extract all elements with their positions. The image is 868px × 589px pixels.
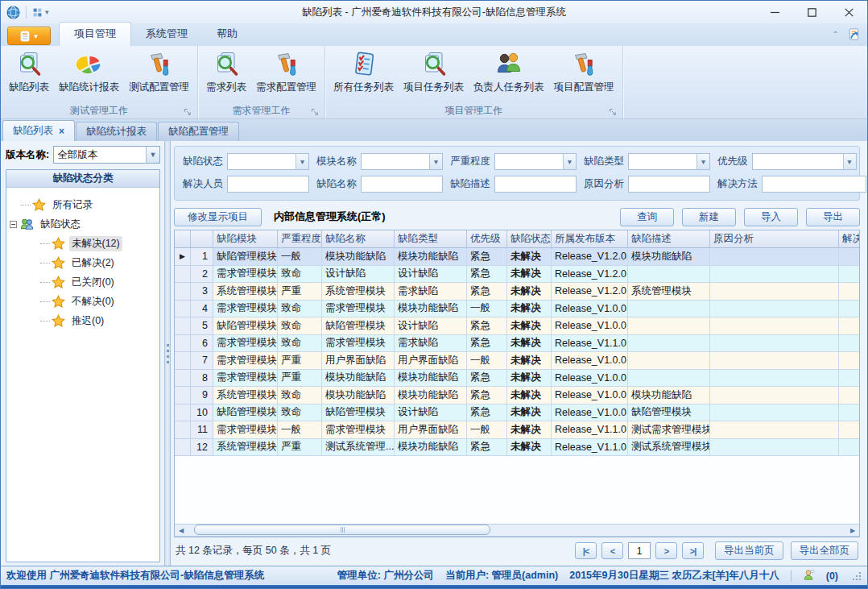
table-cell[interactable]	[710, 266, 839, 284]
table-cell[interactable]: 未解决	[507, 387, 552, 404]
table-cell[interactable]: 未解决	[507, 248, 552, 266]
table-cell[interactable]: 模块功能缺陷	[322, 248, 395, 266]
table-cell[interactable]: 缺陷管理模块	[322, 404, 395, 422]
table-cell[interactable]: 紧急	[467, 335, 507, 353]
filter-combobox[interactable]: ▼	[752, 153, 857, 170]
table-cell[interactable]: 一般	[278, 421, 322, 439]
scrollbar-track[interactable]	[188, 525, 846, 536]
chevron-down-icon[interactable]: ▼	[296, 154, 308, 169]
table-cell[interactable]	[710, 370, 839, 388]
table-cell[interactable]: Release_V1.0.0	[552, 352, 628, 370]
table-cell[interactable]	[710, 352, 839, 370]
table-cell[interactable]: 模块功能缺陷	[395, 301, 467, 318]
table-cell[interactable]	[710, 439, 839, 457]
query-button[interactable]: 查询	[620, 208, 674, 226]
table-cell[interactable]: 模块功能缺陷	[322, 370, 395, 388]
table-cell[interactable]: 系统管理模块	[322, 283, 395, 301]
table-cell[interactable]: Release_V1.2.0	[552, 266, 628, 284]
table-row[interactable]: 5缺陷管理模块致命缺陷管理模块设计缺陷紧急未解决Release_V1.0.0	[175, 317, 859, 335]
ribbon-tab-3[interactable]: 帮助	[202, 23, 252, 46]
chevron-down-icon[interactable]: ▾	[45, 8, 49, 16]
scroll-left-icon[interactable]: ◀	[175, 525, 188, 536]
table-cell[interactable]: 需求管理模块	[322, 335, 395, 353]
splitter-handle[interactable]	[164, 141, 171, 566]
import-button[interactable]: 导入	[744, 208, 798, 226]
table-cell[interactable]: 用户界面缺陷	[322, 352, 395, 370]
table-cell[interactable]: 致命	[278, 335, 322, 353]
table-cell[interactable]: Release_V1.0.0	[552, 301, 628, 318]
table-cell[interactable]: 系统管理模块	[213, 439, 278, 457]
table-cell[interactable]	[710, 421, 839, 439]
table-cell[interactable]	[710, 301, 839, 318]
ribbon-button[interactable]: 缺陷列表	[4, 48, 54, 96]
table-cell[interactable]	[628, 335, 710, 353]
table-cell[interactable]	[839, 335, 859, 353]
filter-combobox[interactable]: ▼	[227, 153, 309, 170]
last-page-button[interactable]: >|	[682, 542, 704, 559]
table-cell[interactable]: 需求缺陷	[395, 335, 467, 353]
table-cell[interactable]: 模块功能缺陷	[628, 248, 710, 266]
table-row[interactable]: 9系统管理模块致命模块功能缺陷模块功能缺陷紧急未解决Release_V1.0.0…	[175, 387, 859, 404]
dialog-launcher-icon[interactable]	[311, 107, 319, 115]
table-row[interactable]: 6需求管理模块致命需求管理模块需求缺陷紧急未解决Release_V1.1.0	[175, 335, 859, 353]
table-cell[interactable]	[628, 370, 710, 388]
table-cell[interactable]: 紧急	[467, 248, 507, 266]
table-cell[interactable]: 严重	[278, 370, 322, 388]
table-cell[interactable]: 严重	[278, 283, 322, 301]
table-cell[interactable]: Release_V1.0.0	[552, 317, 628, 335]
filter-text-input[interactable]	[762, 176, 866, 193]
table-row[interactable]: 8需求管理模块严重模块功能缺陷模块功能缺陷紧急未解决Release_V1.0.0	[175, 370, 859, 388]
table-cell[interactable]: 紧急	[467, 404, 507, 422]
ribbon-button[interactable]: 项目任务列表	[399, 48, 469, 96]
filter-text-input[interactable]	[361, 176, 443, 193]
table-cell[interactable]	[839, 283, 859, 301]
table-cell[interactable]: 未解决	[507, 421, 552, 439]
export-current-page-button[interactable]: 导出当前页	[715, 541, 783, 560]
tree-item[interactable]: 不解决(0)	[8, 292, 158, 311]
table-row[interactable]: 7需求管理模块严重用户界面缺陷用户界面缺陷一般未解决Release_V1.0.0	[175, 352, 859, 370]
page-number-input[interactable]	[628, 542, 651, 559]
table-cell[interactable]: 严重	[278, 439, 322, 457]
table-cell[interactable]: 设计缺陷	[395, 404, 467, 422]
table-cell[interactable]: Release_V1.2.0	[552, 248, 628, 266]
table-cell[interactable]: 需求管理模块	[213, 370, 278, 388]
table-cell[interactable]: 缺陷管理模块	[628, 404, 710, 422]
column-header[interactable]: 原因分析	[710, 230, 839, 248]
column-header[interactable]: 缺陷类型	[395, 230, 467, 248]
column-header[interactable]: 优先级	[467, 230, 507, 248]
table-cell[interactable]	[839, 370, 859, 388]
table-cell[interactable]: 未解决	[507, 266, 552, 284]
column-header[interactable]: 缺陷模块	[213, 230, 278, 248]
column-header[interactable]: 缺陷状态	[507, 230, 552, 248]
table-cell[interactable]	[839, 352, 859, 370]
chevron-down-icon[interactable]: ▼	[563, 154, 576, 169]
table-cell[interactable]: 未解决	[507, 404, 552, 422]
table-row[interactable]: ▶1缺陷管理模块一般模块功能缺陷模块功能缺陷紧急未解决Release_V1.2.…	[175, 248, 859, 266]
export-button[interactable]: 导出	[806, 208, 860, 226]
table-cell[interactable]: 致命	[278, 387, 322, 404]
table-cell[interactable]: 需求管理模块	[213, 335, 278, 353]
table-cell[interactable]: 模块功能缺陷	[395, 248, 467, 266]
dialog-launcher-icon[interactable]	[609, 107, 617, 115]
column-header[interactable]: 解决方法	[839, 230, 859, 248]
table-row[interactable]: 4需求管理模块致命需求管理模块模块功能缺陷一般未解决Release_V1.0.0	[175, 301, 859, 318]
chevron-down-icon[interactable]: ▼	[429, 154, 442, 169]
table-cell[interactable]: 模块功能缺陷	[395, 387, 467, 404]
table-row[interactable]: 12系统管理模块严重测试系统管理...模块功能缺陷紧急未解决Release_V1…	[175, 439, 859, 457]
export-all-pages-button[interactable]: 导出全部页	[791, 541, 859, 560]
table-cell[interactable]	[710, 404, 839, 422]
table-cell[interactable]	[839, 421, 859, 439]
table-cell[interactable]	[839, 387, 859, 404]
table-cell[interactable]: 未解决	[507, 335, 552, 353]
filter-combobox[interactable]: ▼	[628, 153, 710, 170]
table-cell[interactable]: Release_V1.0.0	[552, 370, 628, 388]
table-cell[interactable]	[628, 317, 710, 335]
table-cell[interactable]: 需求管理模块	[213, 352, 278, 370]
filter-combobox[interactable]: ▼	[494, 153, 577, 170]
table-cell[interactable]: 紧急	[467, 266, 507, 284]
document-tab-1[interactable]: 缺陷列表×	[2, 120, 75, 141]
table-cell[interactable]: 致命	[278, 301, 322, 318]
online-user-icon[interactable]	[803, 569, 815, 583]
table-cell[interactable]: 需求管理模块	[322, 421, 395, 439]
table-cell[interactable]: 一般	[278, 248, 322, 266]
